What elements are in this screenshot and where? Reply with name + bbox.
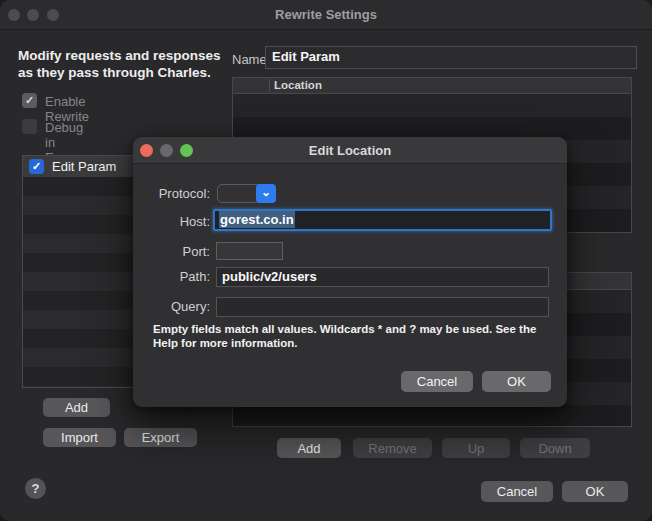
column-divider (269, 79, 270, 92)
set-add-button[interactable]: Add (43, 398, 110, 417)
rule-remove-button[interactable]: Remove (353, 438, 432, 458)
intro-line-1: Modify requests and responses (18, 47, 221, 64)
location-table-header[interactable]: Location (233, 78, 631, 94)
protocol-select[interactable]: ⌄ (217, 184, 276, 203)
ok-button[interactable]: OK (562, 481, 628, 502)
intro-line-2: as they pass through Charles. (18, 64, 221, 81)
rule-add-button[interactable]: Add (277, 438, 341, 458)
query-label: Query: (133, 299, 210, 314)
protocol-label: Protocol: (133, 186, 210, 201)
item-label: Edit Param (52, 159, 116, 174)
export-button[interactable]: Export (124, 428, 197, 447)
cancel-button[interactable]: Cancel (481, 481, 553, 502)
chevron-down-icon[interactable]: ⌄ (256, 184, 276, 203)
intro-text: Modify requests and responses as they pa… (18, 47, 221, 81)
help-icon[interactable]: ? (25, 478, 46, 499)
host-input[interactable]: gorest.co.in (213, 209, 552, 231)
path-input[interactable]: public/v2/users (216, 267, 549, 287)
query-input[interactable] (216, 297, 549, 317)
host-label: Host: (133, 214, 210, 229)
rule-down-button[interactable]: Down (520, 438, 590, 458)
host-selected-text: gorest.co.in (219, 211, 295, 228)
dialog-cancel-button[interactable]: Cancel (401, 371, 473, 392)
location-column-header: Location (274, 79, 322, 91)
main-titlebar: Rewrite Settings (0, 0, 652, 30)
name-input[interactable]: Edit Param (265, 46, 637, 69)
dialog-ok-button[interactable]: OK (482, 371, 551, 392)
dialog-titlebar: Edit Location (133, 137, 567, 164)
port-input[interactable] (216, 242, 283, 260)
port-label: Port: (133, 244, 210, 259)
debug-error-log-checkbox[interactable] (22, 119, 37, 134)
enable-rewrite-checkbox[interactable]: ✓ (22, 93, 37, 108)
import-button[interactable]: Import (43, 428, 116, 447)
path-label: Path: (133, 269, 210, 284)
item-checkbox[interactable]: ✓ (29, 159, 44, 174)
edit-location-dialog: Edit Location Protocol: ⌄ Host: gorest.c… (133, 137, 567, 407)
rule-up-button[interactable]: Up (442, 438, 510, 458)
dialog-title: Edit Location (133, 143, 567, 158)
rewrite-settings-window: Rewrite Settings Modify requests and res… (0, 0, 652, 521)
wildcards-note: Empty fields match all values. Wildcards… (153, 322, 561, 350)
window-title: Rewrite Settings (0, 7, 652, 22)
